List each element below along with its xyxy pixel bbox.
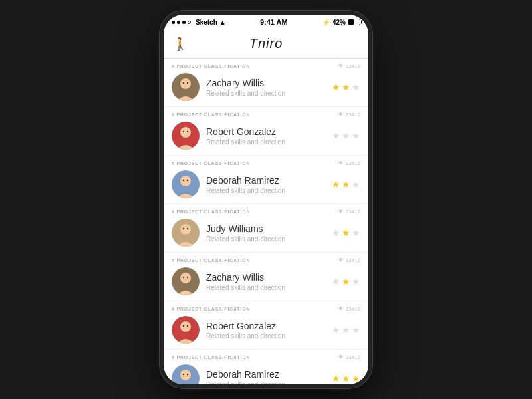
star-3[interactable]: ★ — [352, 373, 360, 384]
star-2[interactable]: ★ — [342, 227, 350, 238]
card-info: Zachary WillisRelated skills and directi… — [206, 272, 325, 291]
list-item[interactable]: # PROJECT CLASSIFICATION👁23412Zachary Wi… — [164, 59, 368, 106]
content-list[interactable]: # PROJECT CLASSIFICATION👁23412Zachary Wi… — [164, 59, 368, 388]
eye-icon: 👁 — [338, 208, 344, 215]
view-count: 23412 — [346, 63, 360, 69]
star-rating[interactable]: ★★★ — [332, 130, 360, 141]
svg-point-17 — [180, 273, 191, 283]
svg-point-25 — [180, 370, 191, 380]
card-body: Judy WilliamsRelated skills and directio… — [172, 219, 360, 247]
person-subtitle: Related skills and direction — [206, 235, 325, 243]
avatar — [172, 73, 200, 101]
view-count: 23412 — [346, 354, 360, 360]
card-body: Robert GonzalezRelated skills and direct… — [172, 316, 360, 344]
svg-point-10 — [183, 180, 184, 181]
view-count: 23412 — [346, 257, 360, 263]
avatar — [172, 122, 200, 150]
battery-icon — [348, 19, 360, 25]
view-count: 23412 — [346, 306, 360, 312]
svg-point-14 — [183, 228, 184, 229]
eye-icon: 👁 — [338, 63, 344, 69]
card-classification-label: # PROJECT CLASSIFICATION — [172, 307, 250, 311]
card-body: Deborah RamirezRelated skills and direct… — [172, 170, 360, 198]
svg-point-3 — [187, 82, 188, 84]
star-1[interactable]: ★ — [332, 276, 340, 287]
eye-icon: 👁 — [338, 257, 344, 263]
svg-point-1 — [180, 78, 191, 89]
view-count: 23412 — [346, 209, 360, 215]
person-name: Robert Gonzalez — [206, 321, 325, 331]
card-meta: # PROJECT CLASSIFICATION👁23412 — [172, 160, 360, 166]
star-2[interactable]: ★ — [342, 179, 350, 190]
signal-dot-2 — [177, 21, 180, 24]
star-1[interactable]: ★ — [332, 325, 340, 335]
card-views: 👁23412 — [338, 208, 360, 215]
svg-point-19 — [187, 277, 188, 278]
star-1[interactable]: ★ — [332, 179, 340, 190]
star-2[interactable]: ★ — [342, 130, 350, 141]
star-3[interactable]: ★ — [352, 130, 360, 141]
card-info: Robert GonzalezRelated skills and direct… — [206, 126, 325, 146]
card-classification-label: # PROJECT CLASSIFICATION — [172, 112, 250, 117]
card-classification-label: # PROJECT CLASSIFICATION — [172, 355, 250, 360]
avatar — [172, 364, 200, 388]
star-2[interactable]: ★ — [342, 276, 350, 287]
person-subtitle: Related skills and direction — [206, 381, 325, 388]
star-rating[interactable]: ★★★ — [332, 276, 360, 287]
list-item[interactable]: # PROJECT CLASSIFICATION👁23412Deborah Ra… — [164, 156, 368, 203]
list-item[interactable]: # PROJECT CLASSIFICATION👁23412Judy Willi… — [164, 204, 368, 252]
status-left: Sketch ▲ — [172, 19, 226, 26]
list-item[interactable]: # PROJECT CLASSIFICATION👁23412Robert Gon… — [164, 107, 368, 155]
avatar — [172, 267, 200, 295]
svg-point-2 — [183, 82, 184, 84]
card-info: Robert GonzalezRelated skills and direct… — [206, 321, 325, 340]
star-1[interactable]: ★ — [332, 82, 340, 92]
person-name: Judy Williams — [206, 223, 325, 234]
svg-point-9 — [180, 176, 191, 186]
card-info: Deborah RamirezRelated skills and direct… — [206, 369, 325, 388]
star-3[interactable]: ★ — [352, 227, 360, 238]
card-meta: # PROJECT CLASSIFICATION👁23412 — [172, 257, 360, 263]
card-classification-label: # PROJECT CLASSIFICATION — [172, 64, 250, 68]
card-meta: # PROJECT CLASSIFICATION👁23412 — [172, 63, 360, 69]
app-title: Tniro — [249, 36, 283, 51]
star-rating[interactable]: ★★★ — [332, 373, 360, 384]
wifi-icon: ▲ — [219, 19, 226, 26]
person-subtitle: Related skills and direction — [206, 90, 325, 97]
list-item[interactable]: # PROJECT CLASSIFICATION👁23412Deborah Ra… — [164, 350, 368, 388]
star-2[interactable]: ★ — [342, 82, 350, 92]
list-item[interactable]: # PROJECT CLASSIFICATION👁23412Robert Gon… — [164, 301, 368, 349]
star-rating[interactable]: ★★★ — [332, 179, 360, 190]
star-1[interactable]: ★ — [332, 130, 340, 141]
battery-percent: 42% — [332, 19, 346, 26]
card-body: Robert GonzalezRelated skills and direct… — [172, 122, 360, 150]
person-walking-icon[interactable]: 🚶 — [173, 37, 188, 51]
star-3[interactable]: ★ — [352, 82, 360, 92]
signal-dot-3 — [182, 21, 186, 24]
svg-point-23 — [187, 325, 188, 327]
svg-point-15 — [187, 228, 188, 229]
star-3[interactable]: ★ — [352, 325, 360, 335]
star-1[interactable]: ★ — [332, 227, 340, 238]
list-item[interactable]: # PROJECT CLASSIFICATION👁23412Zachary Wi… — [164, 253, 368, 301]
star-1[interactable]: ★ — [332, 373, 340, 384]
person-subtitle: Related skills and direction — [206, 138, 325, 146]
eye-icon: 👁 — [338, 354, 344, 360]
card-meta: # PROJECT CLASSIFICATION👁23412 — [172, 305, 360, 312]
card-meta: # PROJECT CLASSIFICATION👁23412 — [172, 354, 360, 360]
app-header: 🚶 Tniro — [164, 29, 368, 59]
star-rating[interactable]: ★★★ — [332, 325, 360, 335]
star-2[interactable]: ★ — [342, 325, 350, 335]
person-name: Zachary Willis — [206, 272, 325, 283]
card-body: Zachary WillisRelated skills and directi… — [172, 73, 360, 101]
star-3[interactable]: ★ — [352, 276, 360, 287]
status-bar: Sketch ▲ 9:41 AM ⚡ 42% — [164, 15, 368, 29]
star-rating[interactable]: ★★★ — [332, 227, 360, 238]
svg-point-7 — [187, 131, 188, 132]
star-rating[interactable]: ★★★ — [332, 82, 360, 92]
person-subtitle: Related skills and direction — [206, 332, 325, 340]
star-2[interactable]: ★ — [342, 373, 350, 384]
card-views: 👁23412 — [338, 305, 360, 312]
status-time: 9:41 AM — [260, 18, 288, 26]
star-3[interactable]: ★ — [352, 179, 360, 190]
